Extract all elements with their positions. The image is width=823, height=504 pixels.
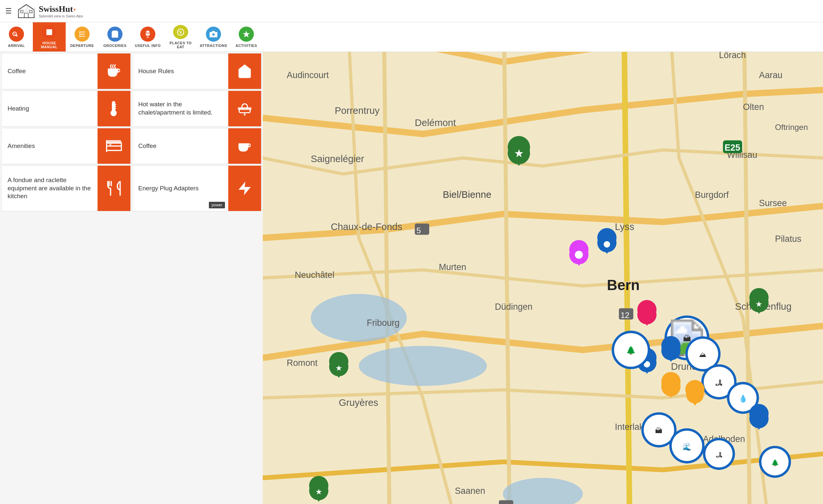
- lightning-icon: [236, 180, 253, 197]
- nav-attractions[interactable]: ATTRACTIONS: [197, 22, 230, 51]
- nav-activities[interactable]: ACTIVITIES: [230, 22, 263, 51]
- nav-attractions-label: ATTRACTIONS: [200, 44, 227, 48]
- list-icon: [78, 30, 87, 38]
- svg-point-23: [244, 114, 245, 116]
- nav-departure-label: DEPARTURE: [70, 44, 94, 48]
- svg-text:11: 11: [500, 503, 509, 504]
- nav-useful-info-label: USEFUL INFO: [135, 44, 161, 48]
- card-house-rules-icon: [228, 53, 261, 89]
- svg-text:Lyss: Lyss: [615, 222, 634, 232]
- card-heating[interactable]: Heating: [1, 90, 131, 127]
- map-panel[interactable]: Basel Bad Säckingen Pratteln Altkirch Lö…: [263, 52, 823, 504]
- nav-activities-label: ACTIVITIES: [235, 44, 257, 48]
- card-energy-plug[interactable]: Energy Plug Adapters power: [132, 165, 262, 211]
- thermometer-icon: [106, 100, 122, 117]
- brand-tagline: Splendid view in Swiss Alps: [39, 14, 83, 18]
- card-hot-water-text: Hot water in the chalet/apartment is lim…: [132, 91, 228, 126]
- svg-text:Murten: Murten: [439, 262, 466, 272]
- card-fondue-icon: [98, 166, 130, 211]
- header: ☰ SwissHut+ Splendid view in Swiss Alps: [0, 0, 823, 22]
- svg-point-27: [359, 346, 487, 386]
- hamburger-menu[interactable]: ☰: [5, 7, 12, 15]
- star-badge-icon: [242, 30, 251, 38]
- logo-area: SwissHut+ Splendid view in Swiss Alps: [17, 3, 83, 19]
- card-coffee-1-icon: [98, 53, 130, 89]
- coffee-2-icon: [236, 138, 253, 154]
- svg-text:Bern: Bern: [607, 277, 640, 293]
- fork-plate-icon: [176, 28, 185, 36]
- serving-icon: [144, 30, 152, 38]
- svg-text:Düdingen: Düdingen: [495, 302, 533, 312]
- svg-text:🌲: 🌲: [771, 459, 779, 467]
- card-fondue[interactable]: A fondue and raclette equipment are avai…: [1, 165, 131, 211]
- card-fondue-text: A fondue and raclette equipment are avai…: [2, 166, 98, 211]
- svg-text:12: 12: [620, 311, 629, 320]
- svg-point-24: [109, 144, 111, 146]
- nav-groceries[interactable]: GROCERIES: [99, 22, 131, 51]
- navbar: ARRIVAL HOUSE MANUAL DEPARTURE: [0, 22, 823, 52]
- cards-grid: Coffee House Rules Heating: [0, 52, 263, 504]
- card-coffee-2-icon: [228, 128, 261, 164]
- card-hot-water[interactable]: Hot water in the chalet/apartment is lim…: [132, 90, 262, 127]
- svg-text:🌊: 🌊: [682, 442, 692, 451]
- svg-rect-13: [79, 31, 80, 32]
- bed-icon: [105, 137, 123, 155]
- nav-house-manual-label: HOUSE MANUAL: [34, 41, 64, 49]
- svg-text:Saanen: Saanen: [455, 486, 485, 496]
- svg-point-81: [604, 241, 610, 247]
- card-coffee-2-text: Coffee: [132, 128, 228, 164]
- card-house-rules[interactable]: House Rules: [132, 53, 262, 89]
- svg-text:Aarau: Aarau: [759, 70, 783, 80]
- card-hot-water-icon: [228, 91, 261, 126]
- card-heating-icon: [98, 91, 130, 126]
- svg-text:★: ★: [335, 363, 343, 372]
- svg-point-79: [575, 251, 583, 259]
- card-amenities[interactable]: Amenities: [1, 128, 131, 164]
- nav-arrival-label: ARRIVAL: [8, 44, 25, 48]
- water-tap-icon: [236, 100, 253, 117]
- svg-text:Romont: Romont: [287, 358, 318, 368]
- logo-icon: [17, 3, 35, 19]
- camera-icon: [209, 30, 218, 38]
- svg-rect-8: [47, 29, 48, 31]
- svg-text:Chaux-de-Fonds: Chaux-de-Fonds: [331, 222, 402, 232]
- svg-rect-15: [79, 36, 80, 37]
- svg-rect-14: [79, 33, 80, 34]
- card-amenities-icon: [98, 128, 130, 164]
- svg-text:🏔: 🏔: [683, 334, 691, 343]
- book-icon: [45, 28, 53, 36]
- svg-text:Neuchâtel: Neuchâtel: [295, 270, 334, 280]
- svg-text:★: ★: [315, 487, 323, 496]
- nav-useful-info[interactable]: USEFUL INFO: [131, 22, 164, 51]
- svg-text:Oftringen: Oftringen: [775, 123, 808, 132]
- nav-departure[interactable]: DEPARTURE: [66, 22, 99, 51]
- key-icon: [12, 30, 21, 38]
- svg-text:⛰: ⛰: [699, 350, 706, 358]
- svg-text:Fribourg: Fribourg: [367, 318, 400, 328]
- svg-text:Gruyères: Gruyères: [339, 398, 378, 408]
- card-amenities-text: Amenities: [2, 128, 98, 164]
- nav-places-to-eat[interactable]: PLACES TO EAT: [164, 22, 197, 51]
- svg-text:Delémont: Delémont: [415, 117, 456, 128]
- nav-arrival[interactable]: ARRIVAL: [0, 22, 33, 51]
- nav-house-manual[interactable]: HOUSE MANUAL: [33, 22, 66, 51]
- svg-rect-22: [238, 107, 252, 110]
- cart-icon: [111, 30, 119, 38]
- card-coffee-2[interactable]: Coffee: [132, 128, 262, 164]
- card-house-rules-text: House Rules: [132, 53, 228, 89]
- svg-rect-9: [50, 29, 51, 31]
- svg-text:Pilatus: Pilatus: [775, 234, 801, 244]
- svg-text:Saignelégier: Saignelégier: [311, 154, 364, 164]
- svg-text:🌲: 🌲: [626, 345, 636, 355]
- nav-places-to-eat-label: PLACES TO EAT: [166, 41, 196, 49]
- svg-point-7: [14, 33, 15, 34]
- svg-text:Olten: Olten: [743, 102, 764, 112]
- svg-text:💧: 💧: [738, 394, 748, 403]
- svg-text:Biel/Bienne: Biel/Bienne: [443, 189, 491, 200]
- nav-groceries-label: GROCERIES: [104, 44, 127, 48]
- coffee-icon: [106, 63, 122, 79]
- brand-text: SwissHut+ Splendid view in Swiss Alps: [39, 4, 83, 18]
- card-coffee-1[interactable]: Coffee: [1, 53, 131, 89]
- svg-text:5: 5: [417, 226, 421, 235]
- svg-text:★: ★: [514, 147, 524, 160]
